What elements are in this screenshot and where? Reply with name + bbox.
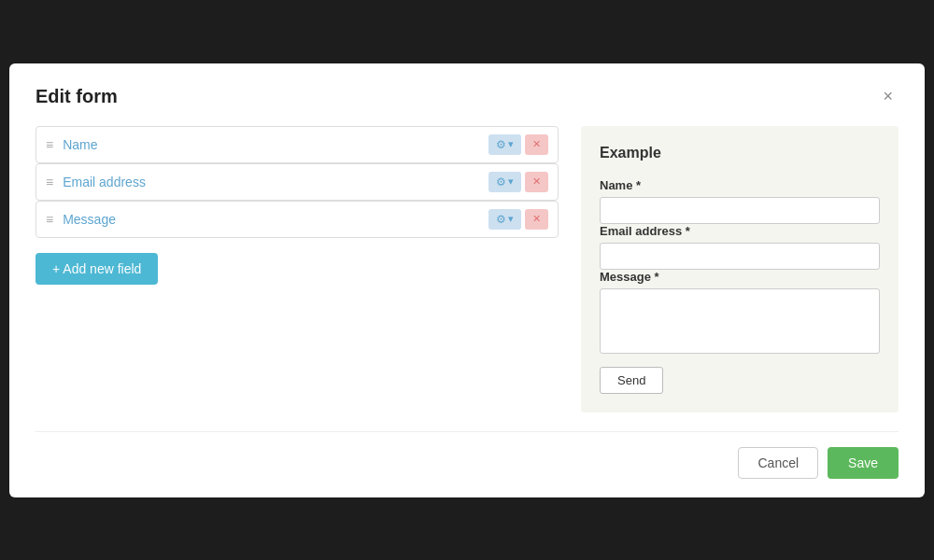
x-icon-0 [532, 138, 541, 150]
example-fields-container: Name *Email address *Message * [600, 178, 880, 354]
settings-button-1[interactable]: ▾ [488, 172, 521, 192]
gear-icon-0 [496, 138, 506, 151]
example-textarea-2[interactable] [600, 288, 880, 354]
close-button[interactable]: × [877, 86, 899, 106]
field-actions-2: ▾ [488, 209, 548, 230]
modal-title: Edit form [35, 86, 118, 107]
modal-overlay: Edit form × ≡ Name ▾ ≡ Email addres [0, 0, 934, 560]
remove-button-1[interactable] [525, 172, 548, 192]
field-row-1: ≡ Email address ▾ [35, 163, 559, 201]
x-icon-2 [532, 213, 541, 225]
field-actions-1: ▾ [488, 172, 548, 192]
example-title: Example [600, 145, 880, 161]
modal-header: Edit form × [35, 86, 899, 107]
gear-icon-2 [496, 213, 506, 226]
add-field-button[interactable]: + Add new field [35, 253, 158, 285]
example-label-1: Email address * [600, 224, 880, 238]
example-panel: Example Name *Email address *Message * S… [581, 126, 899, 413]
example-field-1: Email address * [600, 224, 880, 270]
save-button[interactable]: Save [828, 447, 899, 479]
drag-handle-0[interactable]: ≡ [46, 137, 53, 152]
send-button[interactable]: Send [600, 367, 663, 394]
gear-icon-1 [496, 175, 506, 189]
field-label-2: Message [63, 212, 479, 227]
settings-button-2[interactable]: ▾ [488, 209, 521, 230]
example-label-0: Name * [600, 178, 880, 192]
x-icon-1 [532, 175, 541, 188]
modal-body: ≡ Name ▾ ≡ Email address ▾ [35, 126, 899, 413]
example-input-0[interactable] [600, 197, 880, 224]
field-actions-0: ▾ [488, 134, 548, 155]
example-label-2: Message * [600, 270, 880, 284]
left-panel: ≡ Name ▾ ≡ Email address ▾ [35, 126, 559, 413]
example-field-2: Message * [600, 270, 880, 354]
example-field-0: Name * [600, 178, 880, 224]
field-label-1: Email address [63, 175, 479, 189]
drag-handle-2[interactable]: ≡ [46, 212, 53, 227]
drag-handle-1[interactable]: ≡ [46, 175, 53, 189]
example-input-1[interactable] [600, 243, 880, 270]
settings-button-0[interactable]: ▾ [488, 134, 521, 155]
field-label-0: Name [63, 137, 479, 152]
remove-button-2[interactable] [525, 209, 548, 230]
fields-container: ≡ Name ▾ ≡ Email address ▾ [35, 126, 559, 238]
cancel-button[interactable]: Cancel [738, 447, 818, 479]
field-row-0: ≡ Name ▾ [35, 126, 559, 163]
field-row-2: ≡ Message ▾ [35, 201, 559, 238]
modal-footer: Cancel Save [35, 431, 899, 479]
remove-button-0[interactable] [525, 134, 548, 155]
edit-form-modal: Edit form × ≡ Name ▾ ≡ Email addres [9, 63, 925, 497]
